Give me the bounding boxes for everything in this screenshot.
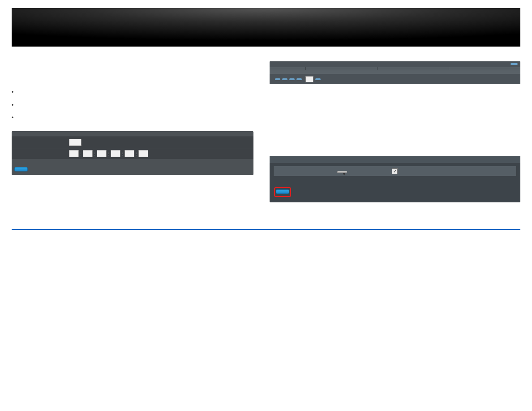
prev-page-button[interactable] xyxy=(282,78,287,80)
mac-oct-4[interactable] xyxy=(111,150,120,157)
flash-button-highlight xyxy=(274,187,291,197)
footer xyxy=(0,230,532,241)
next-page-button[interactable] xyxy=(289,78,295,80)
suc-columns xyxy=(270,67,520,70)
suc-pager xyxy=(270,74,520,84)
left-column: • • • xyxy=(12,57,253,175)
go-button[interactable] xyxy=(315,78,321,80)
mac-desc: • xyxy=(12,101,253,110)
config-select[interactable] xyxy=(337,171,347,173)
static-unicast-settings-panel: : : : : : xyxy=(12,131,253,175)
right-column: ✓ xyxy=(270,57,520,202)
save-flash-panel: ✓ xyxy=(270,156,520,202)
flash-config-row: ✓ xyxy=(273,166,517,176)
mac-oct-2[interactable] xyxy=(83,150,93,157)
settings-head xyxy=(12,131,253,137)
port-desc: • xyxy=(12,114,253,122)
mac-inputs: : : : : : xyxy=(69,150,250,157)
mac-oct-3[interactable] xyxy=(97,150,107,157)
first-page-button[interactable] xyxy=(275,78,280,80)
flash-note xyxy=(270,176,520,181)
col-mac xyxy=(306,67,378,70)
col-port xyxy=(378,67,449,70)
apply-button[interactable] xyxy=(14,167,28,171)
mac-oct-6[interactable] xyxy=(138,150,148,157)
static-unicast-table xyxy=(270,61,520,84)
vlan-input[interactable] xyxy=(69,139,82,146)
mac-oct-1[interactable] xyxy=(69,150,79,157)
suc-header xyxy=(270,61,520,67)
apply-bar xyxy=(12,164,253,175)
mac-row: : : : : : xyxy=(12,148,253,159)
vlan-row xyxy=(12,137,253,148)
config-file-label xyxy=(274,168,335,174)
suc-empty-msg xyxy=(270,70,520,74)
startup-config-checkbox[interactable]: ✓ xyxy=(392,168,398,174)
page-input[interactable] xyxy=(305,76,313,82)
last-page-button[interactable] xyxy=(296,78,302,80)
top-banner xyxy=(12,8,520,47)
mac-oct-5[interactable] xyxy=(124,150,134,157)
flash-title xyxy=(270,156,520,163)
delete-all-button[interactable] xyxy=(511,63,518,65)
col-vlan xyxy=(270,67,306,70)
save-flash-button[interactable] xyxy=(276,189,289,194)
col-action xyxy=(449,67,520,70)
vlan-desc: • xyxy=(12,88,253,97)
port-member-head xyxy=(12,159,253,164)
